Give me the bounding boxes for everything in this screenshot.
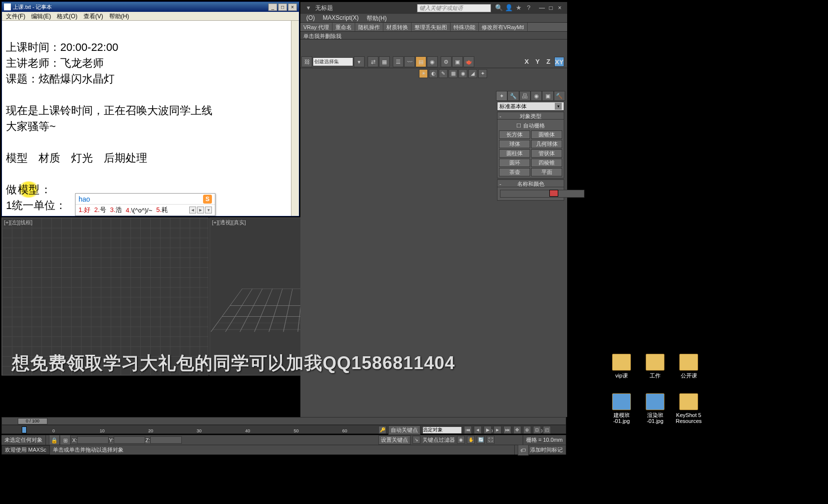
tab-item[interactable]: 整理丢失贴图 [412, 23, 451, 31]
mirror-icon[interactable]: ⇄ [368, 56, 378, 67]
keyfilter-button[interactable]: 关键点过滤器 [422, 436, 455, 444]
obj-tube-button[interactable]: 管状体 [531, 149, 562, 158]
obj-pyramid-button[interactable]: 四棱锥 [531, 159, 562, 167]
desktop-image[interactable]: 建模班 -01.jpg [606, 393, 637, 424]
menu-item[interactable]: 帮助(H) [363, 14, 391, 22]
ime-candidate[interactable]: 3.浩 [110, 206, 122, 214]
maximize-button[interactable]: □ [278, 3, 287, 11]
obj-geosphere-button[interactable]: 几何球体 [531, 140, 562, 148]
tab-item[interactable]: 材质转换 [383, 23, 412, 31]
rollout-header[interactable]: 名称和颜色 [497, 179, 564, 187]
trackbar-key[interactable] [22, 426, 27, 433]
menu-item[interactable]: MAXScript(X) [319, 14, 363, 22]
tab-item[interactable]: 随机操作 [355, 23, 383, 31]
prev-frame-icon[interactable]: ◄ [474, 426, 482, 434]
coord-y-input[interactable] [114, 436, 145, 444]
obj-cylinder-button[interactable]: 圆柱体 [499, 149, 530, 158]
tool-icon[interactable]: ◢ [468, 69, 477, 78]
desktop-folder[interactable]: KeyShot 5 Resources [673, 393, 704, 424]
tool-icon[interactable]: ◐ [429, 69, 438, 78]
key-filter-icon[interactable]: ↘ [413, 436, 420, 444]
obj-cone-button[interactable]: 圆锥体 [531, 130, 562, 139]
close-button[interactable]: × [288, 3, 297, 11]
viewport-label[interactable]: [+][左][线框] [4, 219, 33, 226]
ime-candidate[interactable]: 2.号 [94, 206, 106, 214]
hierarchy-tab-icon[interactable]: 品 [519, 91, 531, 101]
menu-file[interactable]: 文件(F) [3, 12, 28, 20]
search-icon[interactable]: 🔍 [495, 4, 503, 12]
tag-icon[interactable]: 🏷 [518, 445, 529, 456]
nav-icon[interactable]: ✋ [467, 436, 475, 444]
help-search-input[interactable] [417, 4, 491, 12]
render-frame-icon[interactable]: ▣ [452, 56, 463, 67]
tab-item[interactable]: VRay 代理 [300, 23, 332, 31]
axis-y[interactable]: Y [533, 57, 542, 67]
category-dropdown[interactable]: 标准基本体 ▾ [497, 102, 564, 111]
selection-set-input[interactable] [313, 57, 353, 66]
obj-plane-button[interactable]: 平面 [531, 168, 562, 176]
desktop-image[interactable]: 渲染班 -01.jpg [639, 393, 671, 424]
axis-xy[interactable]: XY [554, 57, 564, 67]
obj-box-button[interactable]: 长方体 [499, 130, 530, 139]
close-button[interactable]: × [555, 4, 564, 12]
ime-next-icon[interactable]: ► [197, 207, 204, 213]
max-titlebar[interactable]: ▾ 无标题 🔍 👤 ★ ? — □ × [300, 2, 567, 14]
ime-candidate[interactable]: 5.耗 [156, 206, 168, 214]
utilities-tab-icon[interactable]: 🔨 [554, 91, 565, 101]
obj-torus-button[interactable]: 圆环 [499, 159, 530, 167]
notepad-titlebar[interactable]: 上课.txt - 记事本 _ □ × [2, 2, 299, 12]
app-menu-icon[interactable]: ▾ [304, 4, 312, 12]
time-tag[interactable]: 🏷 添加时间标记 [515, 445, 566, 455]
minimize-button[interactable]: — [538, 4, 546, 12]
next-frame-icon[interactable]: ► [494, 426, 501, 434]
tab-item[interactable]: 重命名 [332, 23, 355, 31]
nav-icon[interactable]: ✥ [513, 426, 521, 434]
signin-icon[interactable]: 👤 [505, 4, 513, 12]
setkey-button[interactable]: 设置关键点 [378, 435, 411, 445]
menu-view[interactable]: 查看(V) [81, 12, 106, 20]
axis-x[interactable]: X [522, 57, 532, 67]
object-name-input[interactable] [500, 190, 584, 198]
abs-icon[interactable]: ⊞ [60, 435, 71, 446]
coord-z-input[interactable] [150, 436, 182, 444]
render-setup-icon[interactable]: ⚙ [441, 56, 452, 67]
link-icon[interactable]: ⛓ [301, 56, 312, 67]
viewport-label[interactable]: [+][透视][真实] [212, 219, 246, 226]
favorite-icon[interactable]: ★ [515, 4, 523, 12]
goto-start-icon[interactable]: ⏮ [464, 426, 472, 434]
render-icon[interactable]: 🫖 [463, 56, 474, 67]
minimize-button[interactable]: _ [268, 3, 277, 11]
rollout-header[interactable]: 对象类型 [497, 112, 564, 120]
scrollbar-vertical[interactable] [291, 21, 299, 216]
nav-icon[interactable]: ⛶ [487, 436, 495, 444]
desktop-folder[interactable]: 公开课 [673, 354, 704, 378]
time-slider-handle[interactable]: 0 / 100 [18, 418, 47, 424]
menu-edit[interactable]: 编辑(E) [28, 12, 54, 20]
tool-icon[interactable]: ▦ [449, 69, 457, 78]
dropdown-icon[interactable]: ▾ [354, 56, 365, 67]
curve-editor-icon[interactable]: 〰 [404, 56, 415, 67]
lock-icon[interactable]: 🔒 [49, 435, 60, 446]
ime-menu-icon[interactable]: ▾ [205, 207, 212, 213]
autokey-button[interactable]: 自动关键点 [388, 425, 420, 435]
ime-candidate[interactable]: 1.好 [79, 206, 90, 214]
desktop-folder[interactable]: vip课 [606, 354, 637, 378]
create-tab-icon[interactable]: ✦ [496, 91, 507, 101]
ime-candidate[interactable]: 4.\(^o^)/~ [126, 207, 153, 214]
schematic-icon[interactable]: ▤ [415, 56, 426, 67]
layers-icon[interactable]: ☰ [393, 56, 404, 67]
light-icon[interactable]: ☀ [419, 69, 428, 78]
axis-z[interactable]: Z [543, 57, 553, 67]
play-icon[interactable]: ▶ [484, 426, 492, 434]
tool-icon[interactable]: ✦ [478, 69, 487, 78]
obj-teapot-button[interactable]: 茶壶 [499, 168, 530, 176]
tab-item[interactable]: 修改所有VRayMtl [479, 23, 528, 31]
time-slider[interactable]: 0 / 100 [1, 417, 566, 425]
help-icon[interactable]: ? [525, 4, 533, 12]
nav-icon[interactable]: ◉ [457, 436, 465, 444]
tool-icon[interactable]: ◉ [458, 69, 467, 78]
coord-x-input[interactable] [77, 436, 109, 444]
nav-icon[interactable]: 🔄 [477, 436, 485, 444]
color-swatch[interactable] [549, 190, 558, 197]
material-icon[interactable]: ◉ [427, 56, 438, 67]
